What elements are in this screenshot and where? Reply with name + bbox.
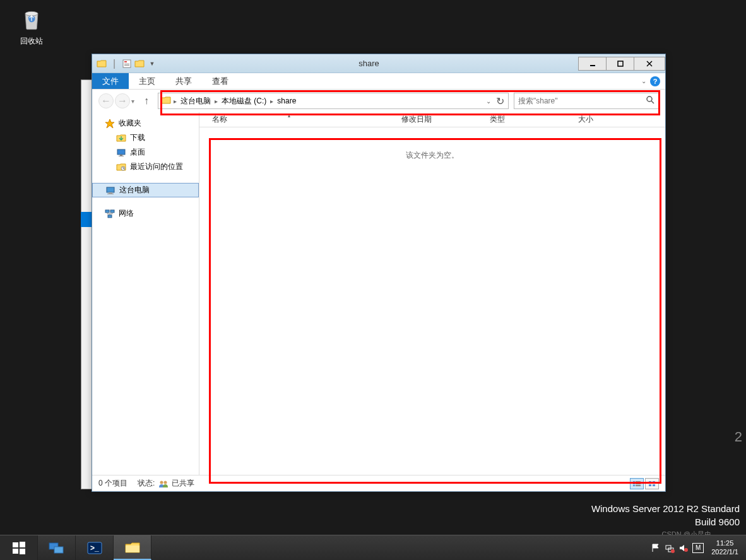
empty-folder-message: 该文件夹为空。 — [406, 150, 459, 475]
help-icon[interactable]: ? — [650, 76, 660, 86]
tree-downloads[interactable]: 下载 — [92, 131, 199, 145]
tree-recent-label: 最近访问的位置 — [130, 161, 183, 172]
svg-rect-13 — [119, 156, 124, 156]
svg-rect-34 — [20, 542, 25, 547]
tree-computer-label: 这台电脑 — [119, 185, 150, 195]
recycle-bin-icon — [19, 6, 44, 32]
titlebar[interactable]: | ▼ share — [92, 54, 665, 73]
svg-rect-24 — [636, 481, 641, 482]
column-date[interactable]: 修改日期 — [395, 114, 483, 125]
network-icon — [105, 209, 115, 219]
view-details-button[interactable] — [630, 478, 644, 489]
svg-rect-35 — [13, 549, 18, 554]
watermark-partial: 2 — [735, 429, 742, 445]
tree-recent[interactable]: 最近访问的位置 — [92, 160, 199, 174]
column-name[interactable]: 名称 ▴ — [199, 114, 395, 125]
recycle-bin[interactable]: 回收站 — [13, 6, 50, 47]
watermark-build: Build 9600 — [591, 515, 740, 528]
svg-rect-27 — [633, 485, 635, 486]
watermark-edition: Windows Server 2012 R2 Standard — [591, 502, 740, 515]
search-box[interactable] — [514, 93, 659, 109]
crumb-computer[interactable]: 这台电脑 — [178, 96, 213, 107]
tree-computer[interactable]: 这台电脑 — [92, 183, 199, 197]
svg-rect-6 — [618, 61, 623, 66]
maximize-button[interactable] — [606, 57, 634, 71]
properties-icon[interactable] — [121, 58, 133, 69]
svg-rect-16 — [109, 192, 112, 194]
svg-point-21 — [160, 481, 163, 484]
nav-tree: 收藏夹 下载 桌面 最近访问的位置 这台电脑 — [92, 112, 199, 475]
explorer-icon — [124, 540, 141, 555]
tree-desktop[interactable]: 桌面 — [92, 145, 199, 160]
explorer-window: | ▼ share 文件 主页 共享 查看 ⌄ — [92, 54, 666, 492]
crumb-sep-icon[interactable]: ▸ — [269, 98, 275, 105]
tray-clock[interactable]: 11:25 2022/1/1 — [708, 539, 742, 556]
crumb-sep-icon[interactable]: ▸ — [213, 98, 219, 105]
crumb-folder[interactable]: share — [275, 96, 299, 105]
svg-rect-3 — [124, 64, 129, 64]
forward-button[interactable]: → — [115, 93, 130, 108]
svg-point-9 — [647, 96, 652, 102]
svg-rect-31 — [649, 484, 651, 486]
up-button[interactable]: ↑ — [140, 95, 153, 107]
taskbar-server-manager[interactable] — [38, 535, 76, 560]
svg-rect-12 — [120, 155, 122, 156]
column-type[interactable]: 类型 — [483, 114, 572, 125]
search-icon[interactable] — [646, 95, 654, 107]
windows-logo-icon — [11, 540, 27, 556]
server-manager-icon — [48, 540, 66, 556]
svg-point-45 — [684, 548, 688, 552]
tree-network-label: 网络 — [119, 208, 134, 219]
status-item-count: 0 个项目 — [98, 478, 127, 489]
address-bar[interactable]: ▸ 这台电脑 ▸ 本地磁盘 (C:) ▸ share ⌄ ↻ — [158, 93, 509, 109]
recycle-bin-label: 回收站 — [13, 36, 50, 47]
new-folder-icon[interactable] — [134, 58, 145, 69]
svg-point-44 — [671, 549, 675, 553]
taskbar-powershell[interactable]: >_ — [76, 535, 114, 560]
search-input[interactable] — [518, 96, 646, 105]
taskbar-explorer[interactable] — [114, 535, 151, 560]
status-bar: 0 个项目 状态: 已共享 — [92, 475, 665, 491]
crumb-sep-icon[interactable]: ▸ — [172, 98, 178, 105]
tray-flag-icon[interactable] — [651, 543, 661, 553]
tray-ime-icon[interactable]: M — [692, 543, 704, 553]
column-size[interactable]: 大小 — [572, 114, 635, 125]
ribbon-expand-icon[interactable]: ⌄ — [641, 78, 646, 85]
svg-rect-15 — [107, 187, 114, 192]
start-button[interactable] — [0, 535, 38, 560]
history-dropdown-icon[interactable]: ▾ — [131, 98, 139, 105]
tree-network[interactable]: 网络 — [92, 206, 199, 221]
view-icons-button[interactable] — [645, 478, 659, 489]
svg-rect-32 — [653, 484, 655, 486]
svg-rect-23 — [633, 481, 635, 482]
tab-share[interactable]: 共享 — [165, 73, 202, 89]
tray-network-icon[interactable] — [665, 543, 675, 553]
svg-rect-33 — [13, 542, 18, 547]
shared-icon — [158, 480, 169, 487]
tab-file[interactable]: 文件 — [92, 73, 129, 89]
refresh-icon[interactable]: ↻ — [496, 95, 504, 107]
svg-rect-25 — [633, 483, 635, 484]
tray-volume-icon[interactable] — [678, 543, 689, 553]
svg-rect-26 — [636, 483, 641, 484]
file-content-area[interactable]: 该文件夹为空。 — [199, 127, 665, 475]
downloads-icon — [116, 133, 126, 143]
minimize-button[interactable] — [578, 57, 607, 71]
taskbar: >_ M 11:25 2022/1/1 — [0, 535, 746, 560]
svg-rect-11 — [117, 149, 125, 155]
qat-dropdown-icon[interactable]: ▼ — [146, 58, 158, 69]
status-state: 状态: 已共享 — [138, 478, 194, 489]
close-button[interactable] — [634, 57, 665, 71]
back-button[interactable]: ← — [98, 93, 114, 108]
address-dropdown-icon[interactable]: ⌄ — [486, 98, 491, 105]
recent-icon — [116, 162, 126, 172]
tree-favorites[interactable]: 收藏夹 — [92, 116, 199, 131]
ribbon-tabs: 文件 主页 共享 查看 ⌄ ? — [92, 73, 665, 90]
tray-time: 11:25 — [711, 539, 738, 547]
crumb-drive[interactable]: 本地磁盘 (C:) — [219, 96, 269, 107]
tab-home[interactable]: 主页 — [129, 73, 165, 89]
tab-view[interactable]: 查看 — [202, 73, 239, 89]
svg-point-22 — [163, 481, 167, 484]
address-row: ← → ▾ ↑ ▸ 这台电脑 ▸ 本地磁盘 (C:) ▸ share ⌄ — [92, 90, 665, 112]
desktop-icon — [116, 148, 126, 158]
